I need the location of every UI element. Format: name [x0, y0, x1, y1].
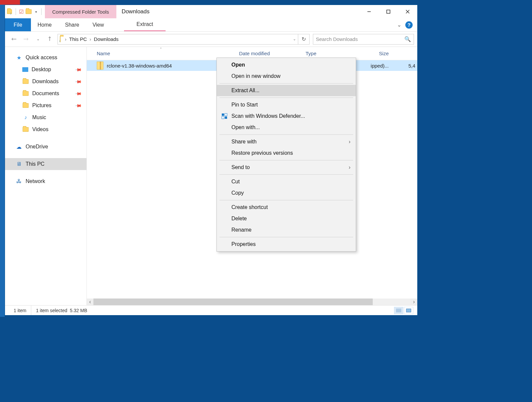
svg-rect-6 [222, 116, 224, 119]
svg-rect-7 [225, 116, 227, 119]
context-label: Send to [231, 164, 250, 170]
refresh-button[interactable]: ↻ [298, 34, 310, 45]
scroll-track[interactable] [93, 299, 411, 305]
column-size[interactable]: Size [362, 51, 389, 56]
details-view-button[interactable] [394, 307, 403, 314]
breadcrumb-downloads[interactable]: Downloads [94, 36, 118, 42]
context-label: Share with [231, 139, 257, 145]
folder-icon [22, 90, 29, 97]
context-copy[interactable]: Copy [217, 187, 356, 199]
sidebar-item-pictures[interactable]: Pictures 📌 [5, 100, 86, 111]
sidebar-network[interactable]: 🖧 Network [5, 175, 86, 187]
scroll-right-icon[interactable]: › [411, 299, 417, 305]
sidebar-onedrive[interactable]: ☁ OneDrive [5, 141, 86, 153]
close-button[interactable] [398, 5, 417, 18]
context-defender[interactable]: Scan with Windows Defender... [217, 110, 356, 122]
sidebar-item-label: OneDrive [26, 144, 48, 150]
titlebar: ↓ ☑ ▾ Compressed Folder Tools Downloads [5, 5, 417, 18]
help-button[interactable]: ? [405, 21, 413, 29]
shield-icon [221, 112, 228, 120]
ribbon-tabs: File Home Share View Extract ⌄ ? [5, 18, 417, 32]
horizontal-scrollbar[interactable]: ‹ › [87, 299, 417, 305]
search-input[interactable] [316, 36, 404, 42]
scroll-thumb[interactable] [93, 299, 373, 305]
context-open-with[interactable]: Open with... [217, 122, 356, 133]
desktop-background [0, 0, 5, 317]
minimize-button[interactable] [359, 5, 379, 18]
column-type[interactable]: Type [306, 51, 362, 56]
sidebar-item-music[interactable]: ♪ Music [5, 111, 86, 123]
chevron-right-icon: › [349, 139, 350, 145]
sidebar-item-label: Desktop [32, 67, 51, 73]
separator [219, 200, 353, 200]
address-icon: ↓ [60, 36, 62, 42]
recent-locations-button[interactable]: ⌄ [34, 35, 42, 44]
svg-rect-5 [225, 113, 227, 116]
thumbnails-view-button[interactable] [404, 307, 413, 314]
cloud-icon: ☁ [16, 143, 22, 150]
breadcrumb-this-pc[interactable]: This PC [69, 36, 87, 42]
context-restore-versions[interactable]: Restore previous versions [217, 147, 356, 159]
forward-button[interactable]: 🡒 [22, 35, 30, 44]
context-delete[interactable]: Delete [217, 213, 356, 224]
maximize-button[interactable] [379, 5, 398, 18]
chevron-right-icon[interactable]: › [89, 36, 91, 42]
tab-share[interactable]: Share [58, 18, 86, 31]
svg-rect-4 [222, 113, 224, 116]
star-icon: ★ [16, 54, 22, 61]
tab-file[interactable]: File [5, 18, 31, 31]
sidebar-item-label: This PC [26, 161, 45, 167]
context-share-with[interactable]: Share with › [217, 136, 356, 147]
sidebar-item-label: Music [32, 114, 46, 120]
context-rename[interactable]: Rename [217, 224, 356, 236]
search-box[interactable]: 🔍 [313, 34, 414, 45]
quick-access-toolbar: ↓ ☑ ▾ [5, 5, 45, 18]
context-open[interactable]: Open [217, 59, 356, 71]
collapse-ribbon-icon[interactable]: ⌄ [397, 22, 401, 28]
sidebar-item-label: Network [26, 178, 45, 184]
context-label: Scan with Windows Defender... [231, 113, 305, 119]
scroll-left-icon[interactable]: ‹ [87, 299, 93, 305]
tab-view[interactable]: View [86, 18, 110, 31]
address-bar[interactable]: ↓ › This PC › Downloads ⌄ [58, 34, 298, 45]
up-button[interactable]: 🡑 [46, 35, 54, 44]
network-icon: 🖧 [16, 178, 22, 185]
properties-qat-icon[interactable]: ☑ [18, 8, 25, 15]
context-pin-to-start[interactable]: Pin to Start [217, 99, 356, 110]
file-list-pane: Name ˄ Date modified Type Size rclone-v1… [87, 47, 417, 305]
chevron-right-icon: › [349, 164, 350, 170]
sidebar-item-label: Documents [32, 91, 59, 97]
tab-extract[interactable]: Extract [124, 18, 166, 31]
tab-home[interactable]: Home [31, 18, 59, 31]
context-open-new-window[interactable]: Open in new window [217, 71, 356, 82]
address-history-icon[interactable]: ⌄ [293, 37, 296, 41]
pin-icon: 📌 [75, 90, 82, 97]
new-folder-qat-icon[interactable] [25, 8, 32, 15]
sidebar-item-documents[interactable]: Documents 📌 [5, 88, 86, 100]
back-button[interactable]: 🡐 [10, 35, 18, 44]
file-size-partial: 5,4 [391, 63, 417, 69]
computer-icon: 🖥 [16, 161, 22, 167]
sidebar-item-downloads[interactable]: Downloads 📌 [5, 76, 86, 88]
separator [219, 174, 353, 175]
context-create-shortcut[interactable]: Create shortcut [217, 202, 356, 213]
context-extract-all[interactable]: Extract All... [217, 85, 356, 96]
sidebar-item-desktop[interactable]: Desktop 📌 [5, 64, 86, 76]
pin-icon: 📌 [75, 66, 82, 73]
context-properties[interactable]: Properties [217, 239, 356, 250]
chevron-right-icon[interactable]: › [65, 36, 66, 42]
sidebar-quick-access[interactable]: ★ Quick access [5, 52, 86, 64]
column-date-modified[interactable]: Date modified [239, 51, 306, 56]
separator [41, 8, 42, 15]
desktop-icon-partial [0, 0, 20, 5]
context-cut[interactable]: Cut [217, 176, 356, 187]
sort-indicator-icon: ˄ [160, 47, 162, 52]
qat-customize-icon[interactable]: ▾ [33, 8, 39, 15]
svg-rect-11 [406, 309, 411, 312]
sidebar-this-pc[interactable]: 🖥 This PC [5, 158, 86, 170]
sidebar-item-videos[interactable]: Videos [5, 123, 86, 135]
context-send-to[interactable]: Send to › [217, 162, 356, 173]
column-name[interactable]: Name ˄ [97, 51, 239, 56]
search-icon[interactable]: 🔍 [404, 36, 411, 42]
contextual-tab-caption: Compressed Folder Tools [45, 5, 116, 18]
